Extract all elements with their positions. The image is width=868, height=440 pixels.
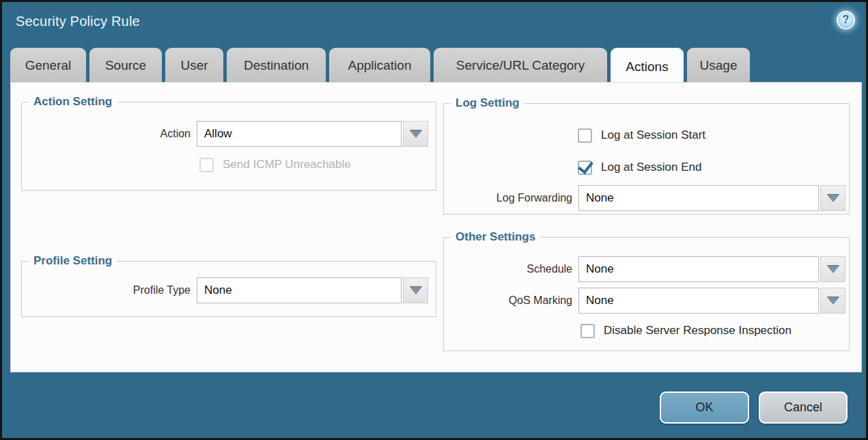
tab-usage[interactable]: Usage bbox=[687, 48, 750, 83]
log-session-end-row: Log at Session End bbox=[578, 159, 701, 176]
tab-application[interactable]: Application bbox=[329, 48, 430, 83]
send-icmp-checkbox bbox=[199, 158, 214, 172]
tab-destination[interactable]: Destination bbox=[227, 48, 326, 83]
dialog-title: Security Policy Rule bbox=[16, 14, 140, 29]
tab-actions[interactable]: Actions bbox=[611, 48, 684, 86]
log-forwarding-label: Log Forwarding bbox=[444, 192, 578, 204]
help-icon[interactable]: ? bbox=[837, 11, 855, 29]
qos-marking-label: QoS Marking bbox=[444, 294, 578, 307]
qos-marking-select-value[interactable]: None bbox=[578, 288, 819, 314]
chevron-down-icon bbox=[827, 266, 839, 273]
log-at-session-start-label: Log at Session Start bbox=[601, 128, 705, 142]
schedule-select-value[interactable]: None bbox=[578, 256, 819, 282]
tab-bar: General Source User Destination Applicat… bbox=[10, 48, 750, 86]
tab-service-url-category[interactable]: Service/URL Category bbox=[434, 48, 607, 83]
dsri-row: Disable Server Response Inspection bbox=[580, 322, 792, 339]
profile-type-row: Profile Type None bbox=[23, 277, 428, 303]
qos-marking-select: None bbox=[578, 288, 845, 314]
log-at-session-start-checkbox[interactable] bbox=[578, 128, 592, 143]
content-panel: Action Setting Action Allow Send ICMP Un… bbox=[10, 82, 862, 372]
action-label: Action bbox=[23, 128, 197, 140]
log-setting-group: Log Setting Log at Session Start Log at … bbox=[443, 103, 850, 215]
qos-marking-dropdown-button[interactable] bbox=[820, 288, 845, 314]
tab-source[interactable]: Source bbox=[89, 48, 162, 83]
log-setting-legend: Log Setting bbox=[451, 96, 524, 110]
other-settings-group: Other Settings Schedule None QoS Marking… bbox=[443, 237, 850, 351]
log-forwarding-select: None bbox=[578, 185, 845, 211]
profile-setting-group: Profile Setting Profile Type None bbox=[21, 261, 436, 317]
log-forwarding-select-value[interactable]: None bbox=[578, 185, 819, 211]
schedule-select: None bbox=[578, 256, 845, 282]
other-settings-legend: Other Settings bbox=[451, 230, 540, 244]
ok-button[interactable]: OK bbox=[660, 391, 749, 424]
schedule-row: Schedule None bbox=[444, 256, 845, 282]
qos-marking-row: QoS Marking None bbox=[444, 288, 845, 314]
cancel-button[interactable]: Cancel bbox=[759, 391, 848, 424]
profile-type-select-value[interactable]: None bbox=[197, 277, 402, 303]
schedule-label: Schedule bbox=[444, 263, 578, 275]
action-select-value[interactable]: Allow bbox=[197, 121, 402, 147]
action-select: Allow bbox=[197, 121, 428, 147]
action-dropdown-button[interactable] bbox=[403, 121, 428, 147]
disable-server-response-inspection-checkbox[interactable] bbox=[580, 324, 595, 338]
log-at-session-end-checkbox[interactable] bbox=[578, 161, 592, 175]
chevron-down-icon bbox=[827, 297, 839, 305]
profile-type-dropdown-button[interactable] bbox=[403, 277, 428, 303]
chevron-down-icon bbox=[410, 287, 422, 294]
log-forwarding-dropdown-button[interactable] bbox=[820, 185, 845, 211]
action-setting-legend: Action Setting bbox=[29, 95, 117, 109]
send-icmp-row: Send ICMP Unreachable bbox=[199, 156, 351, 173]
action-row: Action Allow bbox=[23, 121, 428, 147]
profile-type-label: Profile Type bbox=[23, 284, 197, 297]
disable-server-response-inspection-label: Disable Server Response Inspection bbox=[604, 324, 792, 338]
security-policy-rule-dialog: Security Policy Rule ? General Source Us… bbox=[0, 0, 868, 440]
tab-user[interactable]: User bbox=[165, 48, 223, 83]
log-forwarding-row: Log Forwarding None bbox=[444, 185, 845, 211]
log-session-start-row: Log at Session Start bbox=[578, 127, 705, 143]
schedule-dropdown-button[interactable] bbox=[820, 256, 845, 282]
send-icmp-label: Send ICMP Unreachable bbox=[223, 158, 351, 171]
profile-setting-legend: Profile Setting bbox=[29, 254, 117, 268]
action-setting-group: Action Setting Action Allow Send ICMP Un… bbox=[21, 102, 436, 191]
profile-type-select: None bbox=[197, 277, 428, 303]
chevron-down-icon bbox=[827, 195, 839, 202]
log-at-session-end-label: Log at Session End bbox=[601, 161, 701, 174]
tab-general[interactable]: General bbox=[10, 48, 86, 83]
chevron-down-icon bbox=[410, 130, 422, 138]
